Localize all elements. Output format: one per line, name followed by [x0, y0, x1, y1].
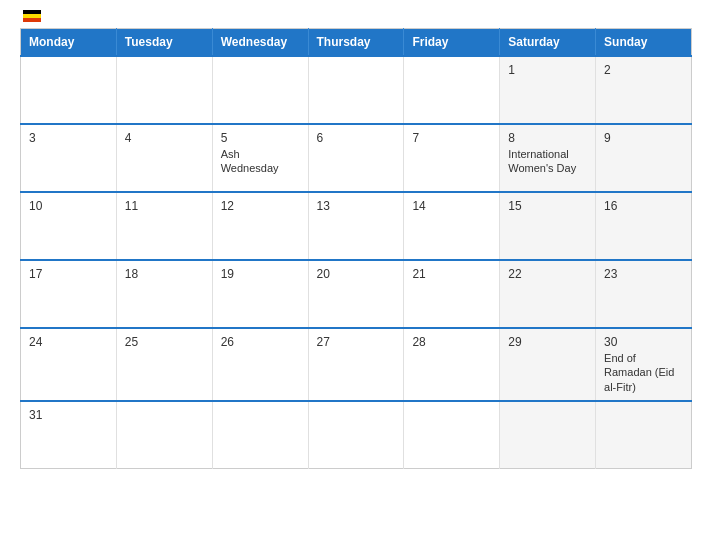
logo-blue-text — [20, 10, 41, 22]
calendar-cell: 30End of Ramadan (Eid al-Fitr) — [596, 328, 692, 401]
day-number: 31 — [29, 408, 108, 422]
calendar-week-row: 12 — [21, 56, 692, 124]
calendar-cell: 13 — [308, 192, 404, 260]
day-number: 15 — [508, 199, 587, 213]
logo — [20, 10, 41, 22]
calendar-cell — [212, 401, 308, 469]
calendar-cell — [596, 401, 692, 469]
calendar-cell: 18 — [116, 260, 212, 328]
calendar-cell — [404, 401, 500, 469]
calendar-cell — [308, 56, 404, 124]
day-number: 19 — [221, 267, 300, 281]
calendar-cell: 22 — [500, 260, 596, 328]
calendar-cell: 3 — [21, 124, 117, 192]
day-number: 26 — [221, 335, 300, 349]
calendar-cell: 28 — [404, 328, 500, 401]
day-number: 2 — [604, 63, 683, 77]
day-number: 4 — [125, 131, 204, 145]
calendar-cell: 9 — [596, 124, 692, 192]
calendar-cell: 5Ash Wednesday — [212, 124, 308, 192]
calendar-cell: 6 — [308, 124, 404, 192]
calendar-cell — [116, 56, 212, 124]
calendar-cell: 1 — [500, 56, 596, 124]
calendar-cell: 20 — [308, 260, 404, 328]
day-number: 28 — [412, 335, 491, 349]
calendar-cell: 15 — [500, 192, 596, 260]
day-number: 30 — [604, 335, 683, 349]
calendar-cell: 2 — [596, 56, 692, 124]
calendar-cell — [404, 56, 500, 124]
day-number: 5 — [221, 131, 300, 145]
calendar-cell: 23 — [596, 260, 692, 328]
calendar-cell: 12 — [212, 192, 308, 260]
calendar-week-row: 10111213141516 — [21, 192, 692, 260]
col-header-thursday: Thursday — [308, 29, 404, 57]
calendar-cell: 26 — [212, 328, 308, 401]
calendar-cell — [500, 401, 596, 469]
svg-rect-0 — [23, 10, 41, 14]
col-header-friday: Friday — [404, 29, 500, 57]
calendar-cell — [116, 401, 212, 469]
day-number: 27 — [317, 335, 396, 349]
calendar-cell — [21, 56, 117, 124]
day-number: 25 — [125, 335, 204, 349]
event-text: International Women's Day — [508, 148, 576, 174]
calendar-cell: 16 — [596, 192, 692, 260]
day-number: 9 — [604, 131, 683, 145]
logo-flag-icon — [23, 10, 41, 22]
svg-rect-1 — [23, 14, 41, 18]
calendar-cell — [212, 56, 308, 124]
day-number: 22 — [508, 267, 587, 281]
day-number: 1 — [508, 63, 587, 77]
calendar-table: MondayTuesdayWednesdayThursdayFridaySatu… — [20, 28, 692, 469]
calendar-week-row: 17181920212223 — [21, 260, 692, 328]
day-number: 10 — [29, 199, 108, 213]
col-header-saturday: Saturday — [500, 29, 596, 57]
day-number: 23 — [604, 267, 683, 281]
day-number: 13 — [317, 199, 396, 213]
day-number: 20 — [317, 267, 396, 281]
col-header-wednesday: Wednesday — [212, 29, 308, 57]
calendar-cell: 11 — [116, 192, 212, 260]
calendar-cell: 24 — [21, 328, 117, 401]
calendar-cell: 25 — [116, 328, 212, 401]
day-number: 21 — [412, 267, 491, 281]
calendar-week-row: 24252627282930End of Ramadan (Eid al-Fit… — [21, 328, 692, 401]
calendar-week-row: 31 — [21, 401, 692, 469]
calendar-cell: 29 — [500, 328, 596, 401]
event-text: End of Ramadan (Eid al-Fitr) — [604, 352, 674, 393]
day-number: 12 — [221, 199, 300, 213]
day-number: 11 — [125, 199, 204, 213]
calendar-cell: 27 — [308, 328, 404, 401]
col-header-tuesday: Tuesday — [116, 29, 212, 57]
day-number: 17 — [29, 267, 108, 281]
col-header-sunday: Sunday — [596, 29, 692, 57]
day-number: 8 — [508, 131, 587, 145]
event-text: Ash Wednesday — [221, 148, 279, 174]
calendar-cell: 10 — [21, 192, 117, 260]
day-number: 16 — [604, 199, 683, 213]
calendar-cell: 8International Women's Day — [500, 124, 596, 192]
calendar-cell: 17 — [21, 260, 117, 328]
day-number: 24 — [29, 335, 108, 349]
svg-rect-2 — [23, 18, 41, 22]
calendar-week-row: 345Ash Wednesday678International Women's… — [21, 124, 692, 192]
day-number: 7 — [412, 131, 491, 145]
day-number: 29 — [508, 335, 587, 349]
calendar-cell: 4 — [116, 124, 212, 192]
day-number: 3 — [29, 131, 108, 145]
calendar-cell: 14 — [404, 192, 500, 260]
day-number: 18 — [125, 267, 204, 281]
day-number: 6 — [317, 131, 396, 145]
calendar-cell: 19 — [212, 260, 308, 328]
calendar-cell: 21 — [404, 260, 500, 328]
calendar-cell: 7 — [404, 124, 500, 192]
day-number: 14 — [412, 199, 491, 213]
calendar-cell — [308, 401, 404, 469]
calendar-header-row: MondayTuesdayWednesdayThursdayFridaySatu… — [21, 29, 692, 57]
col-header-monday: Monday — [21, 29, 117, 57]
calendar-cell: 31 — [21, 401, 117, 469]
